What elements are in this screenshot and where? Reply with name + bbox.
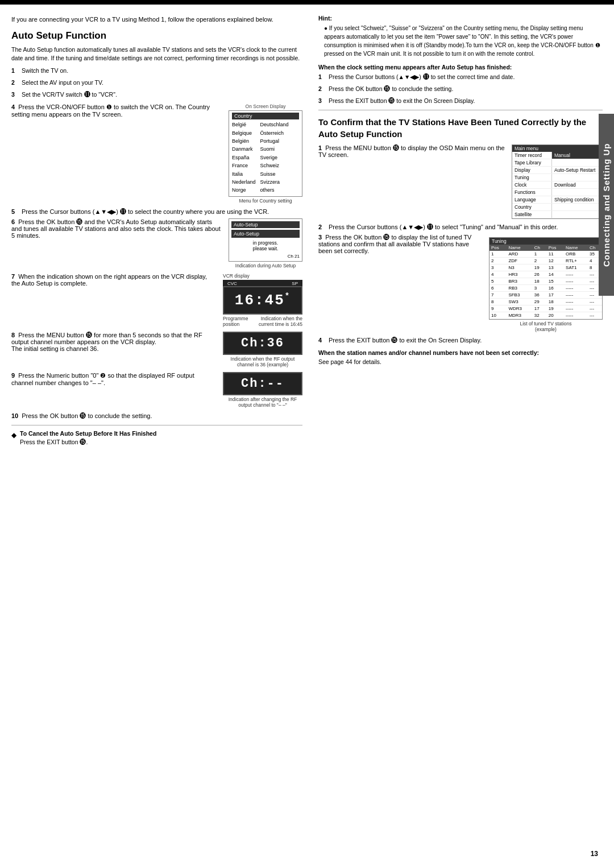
page-number: 13 <box>591 850 598 858</box>
step-2: 2 Select the AV input on your TV. <box>11 78 302 88</box>
tuning-label: List of tuned TV stations(example) <box>489 321 603 332</box>
confirm-step-4: 4 Press the EXIT button ⓯ to exit the On… <box>318 337 603 344</box>
vcr-time-display: 16:45* <box>223 286 302 315</box>
country-osd-label: Menu for Country setting <box>229 198 302 204</box>
step-1: 1 Switch the TV on. <box>11 67 302 76</box>
confirm-title: To Confirm that the TV Stations Have Bee… <box>318 116 603 140</box>
autosetup-osd: Auto-Setup Auto-Setup in progress.please… <box>229 218 302 268</box>
cancel-section: ◆ To Cancel the Auto Setup Before It Has… <box>11 425 302 445</box>
confirm-step-1: 1 Press the MENU button ⓯ to display the… <box>318 144 603 219</box>
ch36-display: Ch:36 <box>223 332 302 355</box>
auto-setup-title: Auto Setup Function <box>11 30 302 42</box>
station-heading: When the station names and/or channel nu… <box>318 349 603 356</box>
side-tab: Connecting and Setting Up <box>599 114 614 296</box>
station-names-section: When the station names and/or channel nu… <box>318 349 603 365</box>
cancel-text: Press the EXIT button ⓯. <box>20 439 156 445</box>
right-column: Hint: If you select "Schweiz", "Suisse" … <box>313 15 603 445</box>
step-8: 8 Press the MENU button ⓯ for more than … <box>11 332 302 367</box>
step-9: 9 Press the Numeric button "0" ❷ so that… <box>11 372 302 408</box>
confirm-step-2: 2 Press the Cursor buttons (▲▼◀▶) ⓫ to s… <box>318 224 603 231</box>
step-4: 4 Press the VCR-ON/OFF button ❶ to switc… <box>11 104 302 204</box>
station-text: See page 44 for details. <box>318 358 603 365</box>
tuning-table-wrap: Tuning PosNameCh PosNameCh 1ARD111ORB35 … <box>489 234 603 332</box>
ch36-display-wrap: Ch:36 Indication when the RF outputchann… <box>223 332 302 367</box>
diamond-icon: ◆ <box>11 431 16 439</box>
clock-step-2: 2 Press the OK button ⓯ to conclude the … <box>318 85 603 94</box>
step-5: 5 Press the Cursor buttons (▲▼◀▶) ⓫ to s… <box>11 208 302 216</box>
clock-heading: When the clock setting menu appears afte… <box>318 64 603 71</box>
vcr-display-labels: Programmeposition Indication when thecur… <box>223 316 302 327</box>
top-bar <box>0 0 614 5</box>
clock-section: When the clock setting menu appears afte… <box>318 64 603 105</box>
clock-step-1: 1 Press the Cursor buttons (▲▼◀▶) ⓫ to s… <box>318 73 603 82</box>
step-3: 3 Set the VCR/TV switch ⓫ to "VCR". <box>11 90 302 100</box>
main-menu-osd: Main menu Timer record Manual Tape Libra… <box>512 144 603 219</box>
ch36-label: Indication when the RF outputchannel is … <box>223 356 302 367</box>
chdash-display: Ch:-- <box>223 372 302 395</box>
step-6: 6 Press the OK button ⓯ and the VCR's Au… <box>11 218 302 268</box>
step-10: 10 Press the OK button ⓯ to conclude the… <box>11 412 302 419</box>
left-column: If you are connecting your VCR to a TV u… <box>11 15 313 445</box>
hint-title: Hint: <box>318 15 603 22</box>
clock-step-3: 3 Press the EXIT button ⓯ to exit the On… <box>318 97 603 106</box>
hint-text: If you select "Schweiz", "Suisse" or "Sv… <box>318 24 603 58</box>
intro-text: If you are connecting your VCR to a TV u… <box>11 15 302 24</box>
hint-box: Hint: If you select "Schweiz", "Suisse" … <box>318 15 603 58</box>
autosetup-label: Indication during Auto Setup <box>229 263 302 268</box>
divider <box>318 110 603 110</box>
confirm-step-3: 3 Press the OK button ⓯ to display the l… <box>318 234 603 332</box>
vcr-display-wrap: VCR display CVCSP 16:45* Programmepositi… <box>223 273 302 327</box>
step-7: 7 When the indication shown on the right… <box>11 273 302 327</box>
auto-setup-description: The Auto Setup function automatically tu… <box>11 46 302 64</box>
clock-steps: 1 Press the Cursor buttons (▲▼◀▶) ⓫ to s… <box>318 73 603 105</box>
cancel-title: To Cancel the Auto Setup Before It Has F… <box>20 430 156 437</box>
steps-1-3: 1 Switch the TV on. 2 Select the AV inpu… <box>11 67 302 99</box>
chdash-display-wrap: Ch:-- Indication after changing the RFou… <box>223 372 302 408</box>
country-osd: On Screen Display Country BelgiéBelgique… <box>229 104 302 204</box>
chdash-label: Indication after changing the RFoutput c… <box>223 396 302 408</box>
